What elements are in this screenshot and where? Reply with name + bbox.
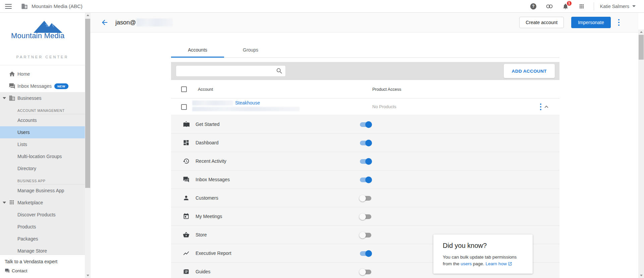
sidebar-nav: Home Inbox Messages NEW Businesses: [0, 68, 85, 257]
permission-label: Store: [196, 232, 207, 237]
impersonate-button[interactable]: Impersonate: [571, 17, 611, 28]
permission-row-dashboard: Dashboard: [171, 134, 559, 152]
permission-row-get-started: Get Started: [171, 115, 559, 134]
scroll-down-arrow[interactable]: [638, 273, 644, 278]
permission-toggle[interactable]: [360, 233, 371, 237]
main-content: jason@ Create account Impersonate Accoun…: [91, 13, 638, 278]
header-kebab-menu-icon[interactable]: [615, 18, 622, 27]
permission-toggle[interactable]: [360, 178, 371, 182]
caret-down-icon: [3, 97, 6, 99]
sidebar-item-inbox-messages[interactable]: Inbox Messages NEW: [0, 80, 85, 92]
sidebar-item-home[interactable]: Home: [0, 68, 85, 80]
permission-toggle[interactable]: [360, 270, 371, 274]
sidebar-scrollbar[interactable]: [85, 13, 91, 278]
select-all-checkbox[interactable]: [181, 86, 187, 92]
sidebar-item-accounts[interactable]: Accounts: [0, 114, 85, 126]
permission-label: Inbox Messages: [196, 177, 230, 182]
permission-label: Customers: [196, 195, 218, 201]
sidebar-item-label: Inbox Messages: [17, 83, 52, 89]
learn-how-link[interactable]: Learn how: [486, 261, 507, 266]
page-header: jason@ Create account Impersonate: [91, 13, 638, 32]
building-icon: [21, 3, 28, 10]
sidebar-item-packages[interactable]: Packages: [0, 233, 85, 245]
sidebar-item-label: Businesses: [17, 95, 42, 101]
history-icon: [183, 158, 190, 164]
permission-toggle[interactable]: [360, 122, 371, 127]
notification-badge: 1: [567, 1, 572, 6]
section-account-management: ACCOUNT MANAGEMENT: [17, 104, 85, 114]
tab-groups[interactable]: Groups: [224, 44, 277, 57]
permission-label: Guides: [196, 269, 210, 274]
contact-chat-icon: [5, 268, 10, 273]
table-row: Steakhouse No Products: [171, 98, 559, 115]
redacted-text: [192, 107, 300, 111]
sidebar-item-marketplace[interactable]: Marketplace: [0, 197, 85, 209]
sidebar-item-products[interactable]: Products: [0, 221, 85, 233]
search-input[interactable]: [176, 65, 286, 77]
permission-toggle[interactable]: [360, 251, 371, 256]
search-icon[interactable]: [276, 67, 283, 75]
dashboard-icon: [183, 139, 190, 146]
shopping-basket-icon: [183, 231, 190, 238]
logo-text: Mountain Media: [11, 31, 64, 40]
main-scrollbar[interactable]: [638, 29, 644, 278]
popup-text: page.: [472, 261, 485, 266]
user-menu[interactable]: Katie Salmers: [600, 4, 636, 9]
account-name-link[interactable]: Steakhouse: [235, 100, 260, 106]
popup-body: You can bulk update tab permissions from…: [443, 254, 523, 267]
caret-down-icon: [3, 202, 6, 204]
scroll-up-arrow[interactable]: [85, 13, 91, 18]
row-checkbox[interactable]: [181, 104, 187, 110]
scroll-up-arrow[interactable]: [638, 29, 644, 34]
product-tagline: PARTNER CENTER: [0, 55, 85, 59]
chevron-up-icon[interactable]: [543, 103, 550, 111]
notifications-bell-icon[interactable]: 1: [561, 2, 570, 10]
link-icon[interactable]: [545, 2, 553, 10]
tab-accounts[interactable]: Accounts: [171, 44, 224, 57]
scroll-down-arrow[interactable]: [85, 273, 91, 278]
app-root: Mountain Media (ABC) ? 1 Katie Salmers: [0, 0, 644, 278]
current-context-title: Mountain Media (ABC): [32, 3, 83, 9]
sidebar-item-businesses[interactable]: Businesses: [0, 92, 85, 104]
section-business-app: BUSINESS APP: [17, 175, 85, 185]
create-account-button[interactable]: Create account: [519, 17, 564, 28]
back-arrow-icon[interactable]: [101, 18, 109, 26]
sidebar-footer: Talk to a Vendasta expert Contact: [0, 255, 85, 278]
scrollbar-thumb[interactable]: [639, 35, 644, 60]
forum-icon: [183, 176, 190, 183]
sidebar-divider: [0, 65, 85, 65]
permission-label: Recent Activity: [196, 158, 226, 164]
businesses-group: Businesses ACCOUNT MANAGEMENT Accounts U…: [0, 92, 85, 257]
header-actions: Create account Impersonate: [519, 17, 622, 28]
users-link[interactable]: users: [461, 261, 472, 266]
page-title: jason@: [115, 18, 173, 26]
sidebar-item-multi-location-groups[interactable]: Multi-location Groups: [0, 150, 85, 162]
sidebar-item-label: Marketplace: [17, 200, 43, 205]
external-link-icon: [508, 262, 512, 266]
sidebar-item-lists[interactable]: Lists: [0, 138, 85, 150]
apps-grid-icon[interactable]: [578, 2, 586, 10]
sidebar-item-discover-products[interactable]: Discover Products: [0, 209, 85, 221]
permission-toggle[interactable]: [360, 159, 371, 164]
contact-label: Contact: [12, 268, 28, 273]
sidebar-item-users[interactable]: Users: [0, 126, 85, 138]
vendasta-expert-text: Talk to a Vendasta expert: [5, 259, 85, 264]
topbar-divider: [594, 2, 594, 10]
businesses-building-icon: [9, 95, 15, 101]
user-name: Katie Salmers: [600, 4, 629, 9]
sidebar-item-manage-business-app[interactable]: Manage Business App: [0, 185, 85, 197]
permission-label: My Meetings: [196, 214, 222, 219]
guides-book-icon: [183, 268, 190, 275]
hamburger-menu-icon[interactable]: [5, 4, 12, 9]
sidebar-item-directory[interactable]: Directory: [0, 162, 85, 175]
permission-toggle[interactable]: [360, 141, 371, 145]
permission-toggle[interactable]: [360, 214, 371, 219]
contact-link[interactable]: Contact: [5, 268, 85, 273]
column-header-product-access: Product Access: [372, 87, 401, 92]
partner-logo: Mountain Media: [0, 15, 85, 46]
add-account-button[interactable]: ADD ACCOUNT: [504, 64, 555, 78]
help-icon[interactable]: ?: [529, 2, 537, 10]
permission-toggle[interactable]: [360, 196, 371, 201]
scrollbar-thumb[interactable]: [85, 19, 90, 188]
did-you-know-popup: Did you know? You can bulk update tab pe…: [433, 234, 533, 274]
